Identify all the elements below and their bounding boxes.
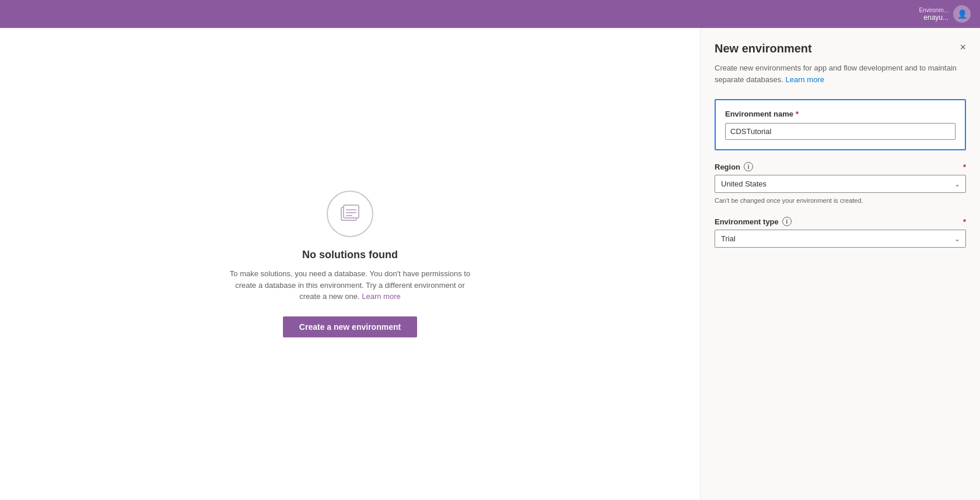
environment-type-group: Environment type i * Trial Production Sa… — [715, 217, 966, 248]
create-new-environment-button[interactable]: Create a new environment — [283, 316, 417, 337]
env-type-select-wrapper: Trial Production Sandbox ⌄ — [715, 230, 966, 248]
panel-header: New environment × — [715, 42, 966, 55]
topbar-right: Environm... enayu... 👤 — [919, 5, 971, 23]
panel-description: Create new environments for app and flow… — [715, 62, 966, 85]
topbar-env-info: Environm... enayu... — [919, 7, 949, 22]
required-star-region: * — [963, 163, 966, 171]
region-label: Region i * — [715, 162, 966, 171]
env-type-select[interactable]: Trial Production Sandbox — [715, 230, 966, 248]
region-note: Can't be changed once your environment i… — [715, 196, 966, 205]
env-type-info-icon[interactable]: i — [782, 217, 792, 226]
close-button[interactable]: × — [960, 42, 966, 52]
panel-learn-more-link[interactable]: Learn more — [785, 75, 824, 84]
topbar-env-label: Environm... — [919, 7, 949, 13]
environment-name-input[interactable] — [725, 123, 956, 140]
new-environment-panel: New environment × Create new environment… — [700, 28, 980, 500]
required-star-name: * — [796, 110, 799, 118]
main-content: No solutions found To make solutions, yo… — [0, 28, 980, 500]
region-group: Region i * United States Europe Asia Aus… — [715, 162, 966, 205]
environment-name-section: Environment name * — [715, 99, 966, 150]
center-panel: No solutions found To make solutions, yo… — [0, 28, 700, 500]
environment-type-label: Environment type i * — [715, 217, 966, 226]
topbar-env-name: enayu... — [923, 13, 949, 22]
no-solutions-title: No solutions found — [302, 249, 398, 261]
panel-title: New environment — [715, 42, 812, 55]
region-select-wrapper: United States Europe Asia Australia Cana… — [715, 175, 966, 193]
environment-name-label: Environment name * — [725, 110, 956, 118]
solutions-icon-svg — [338, 202, 362, 226]
required-star-type: * — [963, 217, 966, 226]
topbar: Environm... enayu... 👤 — [0, 0, 980, 28]
avatar[interactable]: 👤 — [953, 5, 971, 23]
no-solutions-description: To make solutions, you need a database. … — [228, 268, 473, 302]
region-info-icon[interactable]: i — [744, 162, 753, 171]
region-select[interactable]: United States Europe Asia Australia Cana… — [715, 175, 966, 193]
no-solutions-icon — [327, 191, 373, 237]
center-learn-more-link[interactable]: Learn more — [362, 292, 400, 301]
avatar-icon: 👤 — [957, 9, 967, 19]
